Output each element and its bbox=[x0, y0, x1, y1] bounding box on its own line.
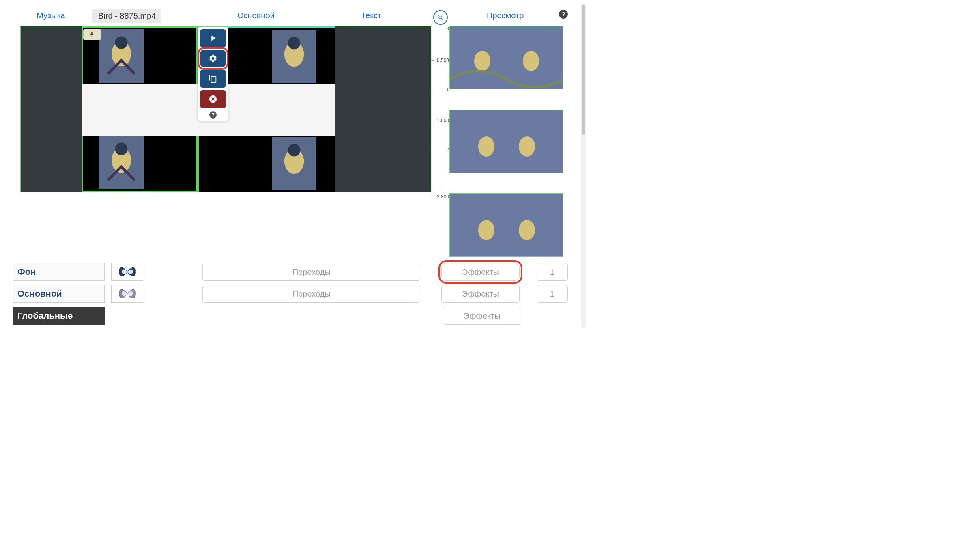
preview-frame[interactable] bbox=[449, 193, 563, 257]
ruler-tick: 1 bbox=[433, 87, 449, 93]
copy-icon bbox=[208, 74, 217, 83]
svg-point-17 bbox=[519, 136, 535, 157]
svg-point-14 bbox=[523, 51, 539, 71]
layers-panel: Фон Переходы Эффекты 1 Основной Переходы… bbox=[13, 263, 568, 329]
preview-frame[interactable] bbox=[449, 26, 563, 89]
preview-image-icon bbox=[450, 26, 563, 89]
svg-point-13 bbox=[474, 51, 490, 71]
preview-frame[interactable] bbox=[449, 110, 563, 173]
pin-clip-button[interactable] bbox=[83, 29, 101, 40]
ruler-tick: 1.500 bbox=[433, 118, 449, 123]
svg-point-20 bbox=[519, 220, 535, 240]
effects-count: 1 bbox=[537, 263, 568, 281]
layer-label[interactable]: Основной bbox=[13, 285, 105, 303]
butterfly-icon bbox=[118, 265, 137, 279]
transitions-button[interactable]: Переходы bbox=[202, 285, 420, 303]
clip-thumbnail-icon bbox=[272, 137, 316, 190]
layer-thumbnail[interactable] bbox=[111, 285, 143, 303]
close-circle-icon bbox=[208, 95, 217, 104]
time-ruler: 0 0.500 1 1.500 2 2.800 bbox=[432, 26, 449, 192]
svg-point-5 bbox=[115, 143, 128, 155]
butterfly-icon bbox=[118, 287, 137, 301]
svg-point-2 bbox=[115, 37, 128, 49]
layer-label[interactable]: Фон bbox=[13, 263, 105, 281]
help-button[interactable]: ? bbox=[559, 10, 568, 19]
copy-button[interactable] bbox=[200, 70, 226, 88]
zoom-in-icon bbox=[437, 14, 444, 21]
layer-thumbnail[interactable] bbox=[111, 263, 143, 281]
layer-row-global: Глобальные Эффекты bbox=[13, 307, 568, 325]
play-icon bbox=[208, 34, 217, 43]
settings-button[interactable] bbox=[200, 50, 226, 67]
pin-icon bbox=[89, 31, 95, 38]
transitions-button[interactable]: Переходы bbox=[202, 263, 420, 281]
clip-thumbnail-icon bbox=[99, 136, 144, 189]
clip-thumbnail-icon bbox=[99, 29, 144, 83]
popup-help-button[interactable]: ? bbox=[209, 111, 217, 119]
preview-image-icon bbox=[450, 110, 563, 172]
ruler-tick: 0 bbox=[433, 26, 449, 32]
ruler-tick: 2 bbox=[433, 147, 449, 153]
svg-rect-18 bbox=[450, 194, 563, 256]
svg-rect-15 bbox=[450, 110, 563, 172]
delete-button[interactable] bbox=[200, 90, 226, 108]
ruler-tick: 2.800 bbox=[433, 194, 449, 200]
preview-column bbox=[449, 26, 564, 257]
scrollbar-thumb[interactable] bbox=[582, 5, 585, 135]
svg-point-16 bbox=[478, 136, 494, 157]
clip-tool-popup: ? bbox=[198, 27, 228, 121]
tab-main[interactable]: Основной bbox=[237, 11, 275, 25]
tab-text[interactable]: Текст bbox=[361, 11, 381, 25]
clip-thumbnail-icon bbox=[272, 30, 316, 83]
zoom-in-button[interactable] bbox=[433, 10, 448, 25]
svg-point-19 bbox=[478, 220, 494, 240]
effects-button[interactable]: Эффекты bbox=[443, 307, 521, 325]
effects-button[interactable]: Эффекты bbox=[441, 285, 519, 303]
tab-music[interactable]: Музыка bbox=[37, 11, 65, 25]
play-button[interactable] bbox=[200, 29, 226, 47]
layer-row-main: Основной Переходы Эффекты 1 bbox=[13, 285, 568, 303]
ruler-tick: 0.500 bbox=[433, 58, 449, 63]
svg-point-8 bbox=[288, 37, 301, 50]
layer-row-background: Фон Переходы Эффекты 1 bbox=[13, 263, 568, 281]
gear-icon bbox=[208, 54, 217, 63]
effects-button[interactable]: Эффекты bbox=[441, 263, 519, 281]
preview-image-icon bbox=[450, 194, 563, 256]
tab-preview[interactable]: Просмотр bbox=[487, 11, 524, 25]
vertical-scrollbar[interactable] bbox=[581, 3, 586, 328]
svg-point-11 bbox=[288, 144, 301, 157]
clip-filename-chip: Bird - 8875.mp4 bbox=[92, 9, 161, 23]
layer-label[interactable]: Глобальные bbox=[13, 307, 105, 325]
effects-count: 1 bbox=[537, 285, 568, 303]
